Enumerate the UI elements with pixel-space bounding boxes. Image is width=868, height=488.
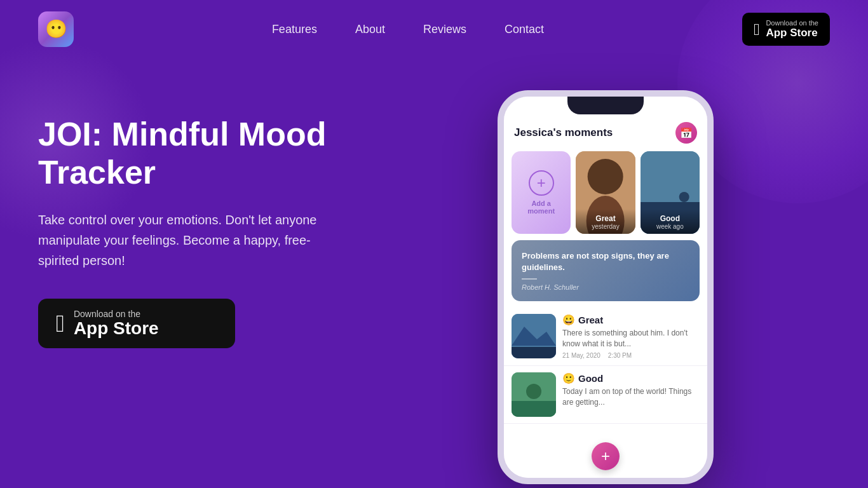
entry-good-text: Today I am on top of the world! Things a…	[562, 386, 700, 408]
main-appstore-text: Download on the App Store	[74, 309, 159, 339]
entry-good-photo-svg	[512, 372, 556, 417]
good-mood-label: Good	[644, 214, 696, 223]
entry-great-text: There is something about him. I don't kn…	[562, 328, 700, 349]
phone-wrapper: Jessica's moments 📅 + Add amoment	[381, 90, 830, 484]
logo-container: 😶	[38, 11, 74, 47]
moments-row: + Add amoment Great yesterday	[504, 151, 707, 240]
good-card-label: Good week ago	[641, 209, 700, 234]
entry-great[interactable]: 😀 Great There is something about him. I …	[504, 308, 707, 366]
main-content: JOI: Mindful Mood Tracker Take control o…	[0, 58, 868, 484]
add-moment-card[interactable]: + Add amoment	[512, 151, 571, 234]
entry-great-content: 😀 Great There is something about him. I …	[562, 314, 700, 359]
entry-good-content: 🙂 Good Today I am on top of the world! T…	[562, 372, 700, 410]
app-screen-title: Jessica's moments	[514, 126, 613, 139]
nav-about[interactable]: About	[355, 23, 385, 36]
apple-icon-header: 	[754, 21, 760, 37]
svg-point-11	[526, 384, 541, 399]
entry-great-mood-row: 😀 Great	[562, 314, 700, 326]
add-moment-label: Add amoment	[527, 200, 555, 215]
nav-features[interactable]: Features	[272, 23, 317, 36]
entry-good-mood: Good	[578, 373, 603, 384]
app-logo: 😶	[38, 11, 74, 47]
entry-great-date: 21 May, 2020	[562, 352, 600, 359]
add-circle-icon: +	[529, 170, 554, 196]
svg-point-5	[679, 192, 689, 202]
svg-rect-10	[512, 401, 556, 417]
quote-divider	[522, 278, 537, 280]
great-time-label: yesterday	[580, 223, 631, 230]
header-appstore-small: Download on the	[766, 19, 818, 27]
great-card-label: Great yesterday	[576, 209, 635, 234]
app-header: Jessica's moments 📅	[504, 117, 707, 151]
entry-great-photo-svg	[512, 314, 556, 358]
svg-point-1	[588, 159, 623, 194]
main-appstore-small: Download on the	[74, 309, 140, 319]
phone-notch	[567, 97, 644, 114]
header-appstore-large: App Store	[766, 27, 817, 39]
fab-button[interactable]: +	[592, 442, 620, 470]
logo-emoji: 😶	[45, 20, 67, 38]
entry-great-meta: 21 May, 2020 2:30 PM	[562, 352, 700, 359]
calendar-button[interactable]: 📅	[675, 122, 697, 144]
header: 😶 Features About Reviews Contact  Downl…	[0, 0, 868, 58]
good-moment-card[interactable]: Good week ago	[641, 151, 700, 234]
svg-rect-8	[512, 347, 556, 358]
calendar-icon: 📅	[680, 127, 693, 139]
apple-icon-main: 	[56, 311, 65, 336]
entry-great-photo	[512, 314, 556, 358]
quote-author: Robert H. Schuller	[522, 283, 689, 291]
main-nav: Features About Reviews Contact	[272, 23, 544, 36]
hero-section: JOI: Mindful Mood Tracker Take control o…	[38, 90, 394, 348]
entry-good-mood-row: 🙂 Good	[562, 372, 700, 384]
entry-good-photo	[512, 372, 556, 417]
entry-great-emoji: 😀	[562, 314, 575, 326]
phone-mockup: Jessica's moments 📅 + Add amoment	[498, 90, 714, 484]
main-appstore-large: App Store	[74, 319, 159, 339]
quote-card: Problems are not stop signs, they are gu…	[512, 240, 700, 301]
quote-text: Problems are not stop signs, they are gu…	[522, 250, 689, 273]
entry-good-emoji: 🙂	[562, 372, 575, 384]
good-time-label: week ago	[644, 223, 696, 230]
hero-description: Take control over your emotions. Don't l…	[38, 210, 343, 271]
entry-great-mood: Great	[578, 315, 603, 325]
entry-great-time: 2:30 PM	[608, 352, 632, 359]
header-appstore-button[interactable]:  Download on the App Store	[742, 13, 830, 46]
main-appstore-button[interactable]:  Download on the App Store	[38, 299, 235, 349]
nav-reviews[interactable]: Reviews	[423, 23, 466, 36]
great-mood-label: Great	[580, 214, 631, 223]
phone-screen: Jessica's moments 📅 + Add amoment	[504, 97, 707, 478]
hero-title: JOI: Mindful Mood Tracker	[38, 116, 394, 192]
nav-contact[interactable]: Contact	[505, 23, 544, 36]
entry-good[interactable]: 🙂 Good Today I am on top of the world! T…	[504, 366, 707, 424]
great-moment-card[interactable]: Great yesterday	[576, 151, 635, 234]
header-appstore-text: Download on the App Store	[766, 19, 818, 39]
